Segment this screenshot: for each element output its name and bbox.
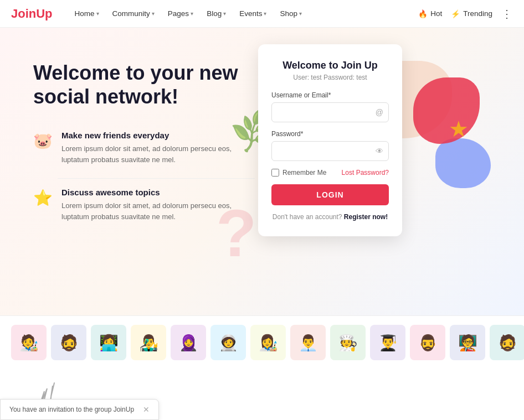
login-subtitle: User: test Password: test bbox=[271, 74, 389, 81]
email-icon: @ bbox=[376, 108, 383, 117]
login-button[interactable]: LOGIN bbox=[271, 184, 389, 205]
hero-section: ★ 🌿 ? Welcome to your new social network… bbox=[0, 28, 524, 315]
chevron-down-icon: ▾ bbox=[223, 11, 226, 17]
fire-icon: 🔥 bbox=[418, 9, 428, 18]
password-label: Password* bbox=[271, 130, 389, 138]
nav-item-shop[interactable]: Shop ▾ bbox=[274, 6, 307, 21]
avatar-thumb[interactable]: 🧑‍🍳 bbox=[330, 325, 366, 360]
chevron-down-icon: ▾ bbox=[96, 11, 99, 17]
register-link[interactable]: Register now! bbox=[344, 213, 388, 221]
avatar-thumb[interactable]: 🧑‍🎨 bbox=[11, 325, 47, 360]
feature-friends-title: Make new friends everyday bbox=[61, 131, 255, 140]
avatar-thumb[interactable]: 🧔 bbox=[51, 325, 86, 360]
star-decoration: ★ bbox=[449, 116, 469, 142]
avatar-thumb[interactable]: 👨‍🎤 bbox=[131, 325, 166, 360]
trending-icon: ⚡ bbox=[451, 9, 460, 18]
username-input-wrap: @ bbox=[271, 102, 389, 122]
feature-friends-desc: Lorem ipsum dolor sit amet, ad dolorum p… bbox=[61, 143, 255, 165]
avatar-thumb[interactable]: 👩‍🎨 bbox=[250, 325, 286, 360]
nav-links: Home ▾ Community ▾ Pages ▾ Blog ▾ Events… bbox=[69, 6, 419, 21]
feature-friends: 🐷 Make new friends everyday Lorem ipsum … bbox=[33, 131, 255, 165]
hero-title: Welcome to your new social network! bbox=[33, 61, 255, 108]
friends-icon: 🐷 bbox=[33, 132, 53, 150]
hot-label: Hot bbox=[430, 9, 442, 18]
nav-item-community[interactable]: Community ▾ bbox=[107, 6, 160, 21]
logo-join: Join bbox=[11, 7, 36, 20]
hero-left: Welcome to your new social network! 🐷 Ma… bbox=[33, 61, 255, 235]
avatar-thumb[interactable]: 🧑‍🏫 bbox=[450, 325, 485, 360]
nav-item-home[interactable]: Home ▾ bbox=[69, 6, 105, 21]
register-text: Don't have an account? Register now! bbox=[271, 213, 389, 221]
topics-icon: ⭐ bbox=[33, 189, 53, 207]
more-options-button[interactable]: ⋮ bbox=[501, 7, 513, 20]
nav-item-blog[interactable]: Blog ▾ bbox=[201, 6, 232, 21]
nav-item-events[interactable]: Events ▾ bbox=[234, 6, 272, 21]
chevron-down-icon: ▾ bbox=[264, 11, 266, 17]
chevron-down-icon: ▾ bbox=[152, 11, 155, 17]
avatar-thumb[interactable]: 🧕 bbox=[171, 325, 206, 360]
feature-topics-desc: Lorem ipsum dolor sit amet, ad dolorum p… bbox=[61, 200, 255, 222]
remember-row: Remember Me Lost Password? bbox=[271, 169, 389, 177]
hot-button[interactable]: 🔥 Hot bbox=[418, 9, 442, 18]
eye-icon[interactable]: 👁 bbox=[376, 147, 383, 155]
password-input-wrap: 👁 bbox=[271, 141, 389, 161]
feature-topics: ⭐ Discuss awesome topics Lorem ipsum dol… bbox=[33, 188, 255, 222]
nav-right: 🔥 Hot ⚡ Trending ⋮ bbox=[418, 7, 513, 20]
feature-divider bbox=[58, 178, 255, 179]
navbar: JoinUp Home ▾ Community ▾ Pages ▾ Blog ▾… bbox=[0, 0, 524, 28]
login-title: Welcome to Join Up bbox=[271, 60, 389, 71]
lost-password-link[interactable]: Lost Password? bbox=[342, 169, 389, 177]
avatar-thumb[interactable]: 👩‍💻 bbox=[91, 325, 126, 360]
nav-item-pages[interactable]: Pages ▾ bbox=[162, 6, 199, 21]
username-label: Username or Email* bbox=[271, 91, 389, 99]
avatar-thumb[interactable]: 👨‍💼 bbox=[290, 325, 326, 360]
blob-red bbox=[413, 77, 480, 144]
blob-blue bbox=[435, 138, 491, 188]
avatar-thumb[interactable]: 🧔‍♂️ bbox=[410, 325, 445, 360]
feature-topics-title: Discuss awesome topics bbox=[61, 188, 255, 197]
avatar-thumb[interactable]: 🧑‍🚀 bbox=[210, 325, 246, 360]
trending-button[interactable]: ⚡ Trending bbox=[451, 9, 492, 18]
password-input[interactable] bbox=[271, 141, 389, 161]
avatars-strip: 🧑‍🎨🧔👩‍💻👨‍🎤🧕🧑‍🚀👩‍🎨👨‍💼🧑‍🍳👨‍🎓🧔‍♂️🧑‍🏫🧔👩‍🔬👨‍🎨 bbox=[0, 315, 524, 369]
login-card: Welcome to Join Up User: test Password: … bbox=[258, 44, 402, 236]
logo-up: Up bbox=[36, 7, 52, 20]
trending-label: Trending bbox=[463, 9, 492, 18]
notification-text: You have an invitation to the group Join… bbox=[9, 406, 134, 413]
avatar-thumb[interactable]: 🧔 bbox=[490, 325, 524, 360]
username-input[interactable] bbox=[271, 102, 389, 122]
logo[interactable]: JoinUp bbox=[11, 7, 53, 21]
remember-checkbox[interactable] bbox=[271, 169, 279, 177]
chevron-down-icon: ▾ bbox=[299, 11, 302, 17]
remember-label[interactable]: Remember Me bbox=[282, 169, 326, 177]
notification-bar: You have an invitation to the group Join… bbox=[0, 399, 159, 420]
chevron-down-icon: ▾ bbox=[191, 11, 193, 17]
avatar-thumb[interactable]: 👨‍🎓 bbox=[370, 325, 405, 360]
notification-close-icon[interactable]: ✕ bbox=[143, 405, 150, 414]
